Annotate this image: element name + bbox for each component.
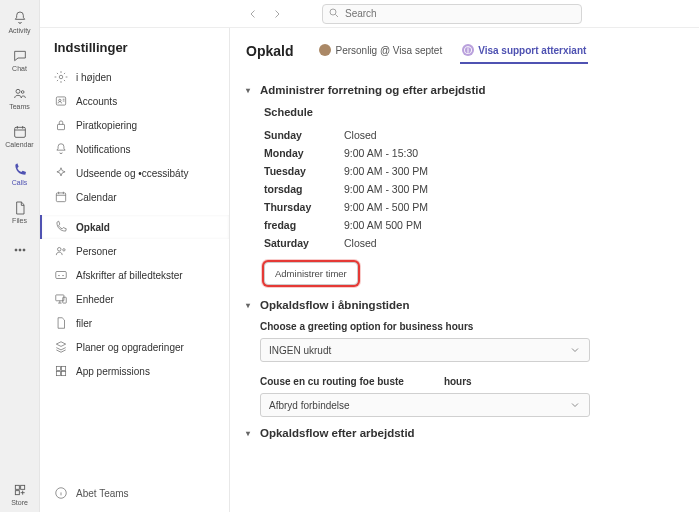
greeting-select[interactable]: INGEN ukrudt: [260, 338, 590, 362]
table-row: Tuesday9:00 AM - 300 PM: [264, 162, 438, 180]
chevron-down-icon: [569, 399, 581, 411]
svg-rect-19: [63, 297, 67, 303]
snav-filer[interactable]: filer: [40, 311, 229, 335]
snav-plans[interactable]: Planer og opgraderinger: [40, 335, 229, 359]
section-after-hours-head[interactable]: Opkaldsflow efter arbejdstid: [260, 427, 675, 439]
table-row: fredag9:00 AM 500 PM: [264, 216, 438, 234]
rail-activity[interactable]: Activity: [2, 4, 38, 40]
svg-point-10: [59, 75, 63, 79]
rail-calls[interactable]: Calls: [2, 156, 38, 192]
captions-icon: [54, 268, 68, 282]
phone-icon: [54, 220, 68, 234]
attendant-tabs: Personlig @ Visa septet ⓘVisa support at…: [317, 38, 588, 64]
svg-rect-7: [20, 485, 24, 489]
more-icon: [12, 242, 28, 258]
sparkle-icon: [54, 166, 68, 180]
svg-rect-13: [58, 124, 65, 129]
search-wrap: [322, 4, 582, 24]
chevron-right-icon: [271, 8, 283, 20]
tab-personal[interactable]: Personlig @ Visa septet: [317, 38, 444, 64]
svg-rect-6: [15, 485, 19, 489]
snav-calendar[interactable]: Calendar: [40, 185, 229, 209]
settings-nav: Indstillinger i højden Accounts Piratkop…: [40, 28, 230, 512]
chevron-down-icon: [569, 344, 581, 356]
snav-accounts[interactable]: Accounts: [40, 89, 229, 113]
main-header: Opkald Personlig @ Visa septet ⓘVisa sup…: [230, 28, 699, 68]
teams-icon: [12, 86, 28, 102]
settings-title: Indstillinger: [40, 36, 229, 65]
devices-icon: [54, 292, 68, 306]
svg-point-15: [58, 248, 62, 252]
routing-select[interactable]: Afbryd forbindelse: [260, 393, 590, 417]
svg-rect-2: [14, 127, 25, 137]
rail-teams[interactable]: Teams: [2, 80, 38, 116]
snav-piracy[interactable]: Piratkopiering: [40, 113, 229, 137]
manage-hours-button[interactable]: Administrer timer: [264, 262, 358, 285]
hours-label: hours: [444, 376, 472, 387]
snav-appearance[interactable]: Udseende og •ccessibáty: [40, 161, 229, 185]
info-icon: [54, 486, 68, 500]
rail-store[interactable]: Store: [2, 476, 38, 512]
snav-captions[interactable]: Afskrifter af billedtekster: [40, 263, 229, 287]
snav-hojden[interactable]: i højden: [40, 65, 229, 89]
bell-icon: [12, 10, 28, 26]
tab-visa-support[interactable]: ⓘVisa support atterxiant: [460, 38, 588, 64]
snav-devices[interactable]: Enheder: [40, 287, 229, 311]
svg-rect-23: [62, 372, 66, 376]
bell-icon: [54, 142, 68, 156]
nav-forward-button[interactable]: [268, 5, 286, 23]
search-input[interactable]: [322, 4, 582, 24]
rail-more[interactable]: [2, 232, 38, 268]
svg-rect-14: [56, 193, 65, 202]
svg-point-9: [330, 9, 336, 15]
svg-point-16: [63, 249, 65, 251]
files-icon: [12, 200, 28, 216]
rail-chat[interactable]: Chat: [2, 42, 38, 78]
snav-opkald[interactable]: Opkald: [40, 215, 229, 239]
section-hours-head[interactable]: Administrer forretning og efter arbejdst…: [260, 84, 675, 96]
svg-rect-17: [56, 272, 67, 279]
snav-personer[interactable]: Personer: [40, 239, 229, 263]
search-icon: [328, 7, 340, 19]
routing-label: Couse en cu routing foe buste: [260, 376, 404, 387]
main-content: Opkald Personlig @ Visa septet ⓘVisa sup…: [230, 28, 699, 512]
phone-icon: [12, 162, 28, 178]
svg-rect-20: [56, 366, 60, 370]
svg-rect-21: [62, 366, 66, 370]
people-icon: [54, 244, 68, 258]
svg-point-1: [21, 91, 24, 94]
accounts-icon: [54, 94, 68, 108]
avatar-icon: ⓘ: [462, 44, 474, 56]
nav-back-button[interactable]: [244, 5, 262, 23]
svg-point-0: [16, 89, 20, 93]
snav-notifications[interactable]: Notifications: [40, 137, 229, 161]
rail-calendar[interactable]: Calendar: [2, 118, 38, 154]
lock-icon: [54, 118, 68, 132]
rail-files[interactable]: Files: [2, 194, 38, 230]
svg-point-3: [15, 249, 17, 251]
calendar-icon: [12, 124, 28, 140]
snav-appperm[interactable]: App permissions: [40, 359, 229, 383]
plans-icon: [54, 340, 68, 354]
svg-point-5: [23, 249, 25, 251]
apps-icon: [54, 364, 68, 378]
svg-rect-22: [56, 372, 60, 376]
about-teams[interactable]: Abet Teams: [40, 480, 229, 506]
svg-point-4: [19, 249, 21, 251]
page-title: Opkald: [246, 43, 293, 59]
schedule-table: SundayClosed Monday9:00 AM - 15:30 Tuesd…: [264, 126, 438, 252]
calendar-icon: [54, 190, 68, 204]
avatar-icon: [319, 44, 331, 56]
table-row: SundayClosed: [264, 126, 438, 144]
table-row: Thursday9:00 AM - 500 PM: [264, 198, 438, 216]
gear-icon: [54, 70, 68, 84]
section-open-flow-head[interactable]: Opkaldsflow i åbningstiden: [260, 299, 675, 311]
chat-icon: [12, 48, 28, 64]
store-icon: [12, 482, 28, 498]
table-row: torsdag9:00 AM - 300 PM: [264, 180, 438, 198]
chevron-left-icon: [247, 8, 259, 20]
schedule-label: Schedule: [264, 106, 675, 118]
file-icon: [54, 316, 68, 330]
app-rail: Activity Chat Teams Calendar Calls Files: [0, 0, 40, 512]
table-row: Monday9:00 AM - 15:30: [264, 144, 438, 162]
